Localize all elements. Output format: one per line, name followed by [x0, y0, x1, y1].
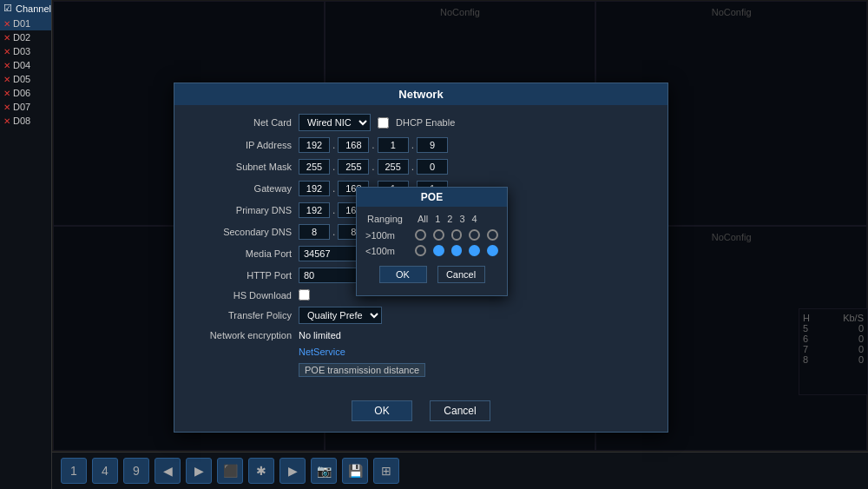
poe-gt100-1-radio[interactable] — [433, 229, 444, 241]
dhcp-checkbox[interactable] — [378, 117, 389, 129]
hdd-button[interactable]: 💾 — [342, 458, 368, 484]
ip-dot-2: . — [372, 139, 374, 151]
poe-gt100-2-radio[interactable] — [451, 229, 463, 241]
pdns-dot-1: . — [332, 204, 335, 216]
ip-b[interactable] — [338, 137, 369, 153]
netservice-link[interactable]: NetService — [299, 347, 345, 357]
gateway-label: Gateway — [187, 183, 292, 194]
subnet-d[interactable] — [417, 159, 448, 175]
sidebar-item-d08[interactable]: ✕ D08 — [0, 114, 51, 128]
poe-lt100-all-radio[interactable] — [415, 245, 426, 256]
ip-c[interactable] — [378, 137, 409, 153]
x-icon-d06: ✕ — [3, 89, 10, 98]
network-button[interactable]: ⊞ — [373, 458, 399, 484]
poe-lt100-1-radio[interactable] — [433, 245, 444, 256]
network-dialog-title: Network — [174, 83, 667, 105]
poe-cancel-button[interactable]: Cancel — [437, 266, 485, 283]
next-button[interactable]: ▶ — [186, 458, 212, 484]
media-port-label: Media Port — [187, 248, 292, 259]
checkbox-icon[interactable]: ☑ — [3, 3, 12, 14]
playback-button[interactable]: ▶ — [279, 458, 306, 484]
subnet-dot-3: . — [411, 161, 414, 173]
network-ok-button[interactable]: OK — [352, 400, 412, 421]
ip-d[interactable] — [417, 137, 448, 153]
poe-lt100-2-radio[interactable] — [451, 245, 463, 256]
ip-a[interactable] — [299, 137, 330, 153]
net-card-label: Net Card — [187, 117, 292, 128]
http-port-label: HTTP Port — [187, 270, 292, 281]
transfer-policy-select[interactable]: Quality Prefe — [299, 307, 382, 324]
subnet-a[interactable] — [299, 159, 330, 175]
settings-button[interactable]: ✱ — [248, 458, 274, 484]
view-9-icon: 9 — [133, 464, 140, 478]
dhcp-label: DHCP Enable — [396, 117, 455, 128]
gw-dot-1: . — [332, 182, 335, 195]
camera-button[interactable]: 📷 — [311, 458, 337, 484]
poe-gt100-all-radio[interactable] — [415, 229, 426, 241]
sidebar-item-d02[interactable]: ✕ D02 — [0, 30, 51, 44]
network-dialog-footer: OK Cancel — [174, 392, 667, 432]
poe-ok-button[interactable]: OK — [379, 266, 427, 283]
ip-dot-1: . — [332, 139, 335, 151]
net-card-select[interactable]: Wired NIC — [299, 114, 371, 131]
poe-header: Ranging All 1 2 3 4 — [365, 214, 498, 224]
view-9-button[interactable]: 9 — [123, 458, 149, 484]
poe-1-header: 1 — [435, 214, 440, 224]
prev-icon: ◀ — [163, 464, 173, 478]
poe-4-header: 4 — [472, 214, 477, 224]
transfer-policy-label: Transfer Policy — [187, 310, 292, 320]
poe-dialog-title: POE — [357, 188, 507, 207]
x-icon-d02: ✕ — [3, 33, 10, 43]
secondary-dns-label: Secondary DNS — [187, 227, 292, 237]
subnet-c[interactable] — [378, 159, 409, 175]
gw-a[interactable] — [299, 181, 330, 196]
poe-all-header: All — [418, 214, 428, 224]
sidebar-label-d05: D05 — [13, 74, 30, 84]
sdns-a[interactable] — [299, 224, 330, 240]
view-1-icon: 1 — [70, 464, 77, 478]
settings-icon: ✱ — [256, 464, 266, 478]
subnet-mask-label: Subnet Mask — [187, 162, 292, 172]
fullscreen-icon: ⬛ — [223, 464, 238, 478]
camera-icon: 📷 — [317, 464, 332, 478]
poe-gt100-3-radio[interactable] — [469, 229, 480, 241]
ip-dot-3: . — [411, 139, 414, 151]
sidebar-label-d01: D01 — [13, 18, 30, 29]
transfer-policy-row: Transfer Policy Quality Prefe — [187, 307, 654, 324]
poe-footer: OK Cancel — [365, 261, 498, 288]
sidebar-item-d07[interactable]: ✕ D07 — [0, 100, 51, 114]
hs-download-checkbox[interactable] — [299, 289, 310, 301]
pdns-a[interactable] — [299, 202, 330, 218]
sidebar-item-d05[interactable]: ✕ D05 — [0, 72, 51, 86]
network-icon: ⊞ — [381, 464, 391, 478]
subnet-mask-group: . . . — [299, 159, 448, 175]
sidebar-item-d04[interactable]: ✕ D04 — [0, 58, 51, 72]
fullscreen-button[interactable]: ⬛ — [217, 458, 243, 484]
hs-download-label: HS Download — [187, 290, 292, 301]
view-4-button[interactable]: 4 — [92, 458, 118, 484]
x-icon-d01: ✕ — [3, 19, 10, 29]
poe-dialog: POE Ranging All 1 2 3 4 >100m <100m — [356, 187, 508, 296]
poe-link[interactable]: POE transmission distance — [299, 363, 425, 377]
poe-gt100-label: >100m — [365, 230, 408, 241]
sidebar: ☑ Channel ✕ D01 ✕ D02 ✕ D03 ✕ D04 ✕ D05 … — [0, 0, 52, 489]
sidebar-label-d03: D03 — [13, 46, 30, 56]
view-1-button[interactable]: 1 — [61, 458, 87, 484]
poe-lt100-3-radio[interactable] — [469, 245, 480, 256]
poe-lt100-4-radio[interactable] — [487, 245, 498, 256]
network-encryption-value: No limited — [299, 330, 341, 340]
sidebar-item-d03[interactable]: ✕ D03 — [0, 44, 51, 58]
prev-button[interactable]: ◀ — [155, 458, 181, 484]
sidebar-item-d06[interactable]: ✕ D06 — [0, 86, 51, 100]
sidebar-label-d06: D06 — [13, 88, 30, 98]
sidebar-label-d02: D02 — [13, 32, 30, 43]
poe-gt100-4-radio[interactable] — [487, 229, 498, 241]
subnet-dot-2: . — [372, 161, 374, 173]
x-icon-d05: ✕ — [3, 75, 10, 84]
sidebar-item-d01[interactable]: ✕ D01 — [0, 17, 51, 30]
network-cancel-button[interactable]: Cancel — [430, 400, 490, 421]
poe-dialog-body: Ranging All 1 2 3 4 >100m <100m OK C — [357, 207, 507, 295]
next-icon: ▶ — [194, 464, 204, 478]
x-icon-d03: ✕ — [3, 47, 10, 56]
subnet-b[interactable] — [338, 159, 369, 175]
